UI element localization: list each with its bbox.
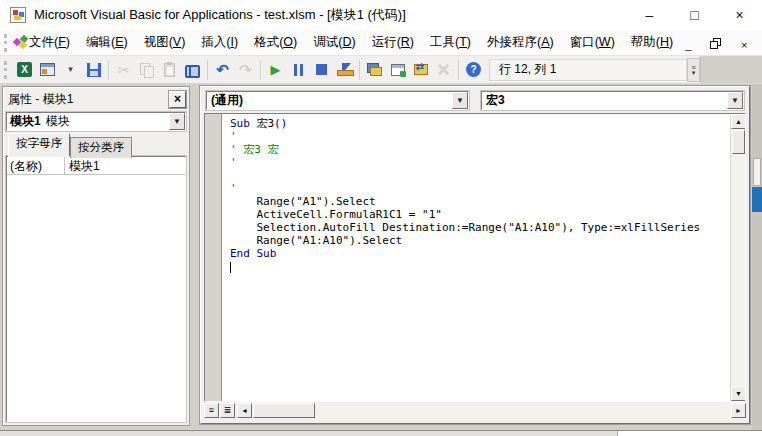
menu-item-h[interactable]: 帮助(H) [623, 30, 681, 55]
toolbox-button[interactable] [432, 59, 455, 81]
window-bottom-edge [0, 430, 762, 436]
horizontal-scroll-thumb[interactable] [253, 403, 315, 418]
property-name: (名称) [7, 157, 65, 174]
background-sheet-fragment [617, 431, 762, 436]
code-line-2[interactable]: ' [230, 130, 730, 143]
object-selector-arrow-icon[interactable]: ▼ [169, 113, 185, 130]
save-icon [87, 63, 101, 77]
vba-main-window: Microsoft Visual Basic for Applications … [0, 0, 762, 436]
cursor-position-indicator: 行 12, 列 1 [489, 59, 687, 81]
project-explorer-icon [367, 63, 382, 76]
properties-tab-1[interactable]: 按分类序 [70, 137, 132, 158]
copy-button[interactable] [135, 59, 158, 81]
code-line-1[interactable]: Sub 宏3() [230, 117, 730, 130]
code-line-9[interactable]: Selection.AutoFill Destination:=Range("A… [230, 221, 730, 234]
code-line-7[interactable]: Range("A1").Select [230, 195, 730, 208]
chevron-down-icon: ▾ [66, 65, 75, 74]
horizontal-scrollbar[interactable]: ◄ ► [237, 403, 746, 420]
code-segment: End Sub [230, 247, 276, 260]
code-window-header: (通用) ▼ 宏3 ▼ [204, 90, 746, 113]
object-browser-button[interactable] [409, 59, 432, 81]
object-dropdown-arrow-icon[interactable]: ▼ [452, 92, 468, 109]
mdi-restore-button[interactable] [709, 36, 723, 50]
undo-button[interactable]: ↶ [211, 59, 234, 81]
reset-icon [316, 64, 327, 75]
code-line-5[interactable] [230, 169, 730, 182]
minimize-button[interactable]: – [627, 0, 672, 30]
code-line-10[interactable]: Range("A1:A10").Select [230, 234, 730, 247]
code-editor[interactable]: Sub 宏3()'' 宏3 宏'' Range("A1").Select Act… [204, 113, 746, 402]
menu-item-o[interactable]: 格式(O) [246, 30, 305, 55]
cut-button[interactable]: ✂ [112, 59, 135, 81]
view-excel-button[interactable]: X [13, 59, 36, 81]
mdi-minimize-button[interactable]: _ [681, 36, 695, 50]
menu-item-w[interactable]: 窗口(W) [562, 30, 623, 55]
code-text-area[interactable]: Sub 宏3()'' 宏3 宏'' Range("A1").Select Act… [222, 114, 730, 401]
menu-item-t[interactable]: 工具(T) [422, 30, 479, 55]
selected-object-name: 模块1 [10, 113, 41, 130]
run-button[interactable]: ▶ [264, 59, 287, 81]
code-line-12[interactable] [230, 260, 730, 273]
close-button[interactable]: × [717, 0, 762, 30]
insert-userform-icon [40, 63, 55, 76]
standard-toolbar: X▾✂↶↷▶? 行 12, 列 1 ≡▾ [0, 56, 762, 84]
toolbar-options-button[interactable]: ≡▾ [687, 58, 700, 82]
vertical-scrollbar[interactable]: ▲ ▼ [730, 114, 745, 401]
insert-userform-button[interactable] [36, 59, 59, 81]
scroll-down-button[interactable]: ▼ [731, 386, 746, 401]
full-module-view-button[interactable]: ≣ [220, 403, 235, 418]
object-selector-dropdown[interactable]: 模块1 模块 ▼ [6, 112, 186, 131]
maximize-button[interactable]: □ [672, 0, 717, 30]
vertical-scroll-thumb[interactable] [732, 130, 745, 154]
code-line-8[interactable]: ActiveCell.FormulaR1C1 = "1" [230, 208, 730, 221]
code-segment: ActiveCell.FormulaR1C1 = "1" [230, 208, 442, 221]
save-button[interactable] [82, 59, 105, 81]
margin-indicator-bar[interactable] [205, 114, 222, 401]
properties-window-button[interactable] [386, 59, 409, 81]
design-mode-button[interactable] [333, 59, 356, 81]
object-dropdown-value: (通用) [211, 92, 243, 109]
menu-item-e[interactable]: 编辑(E) [78, 30, 136, 55]
code-line-6[interactable]: ' [230, 182, 730, 195]
background-window-fragment [752, 84, 762, 430]
scroll-left-button[interactable]: ◄ [237, 403, 252, 418]
procedure-dropdown-value: 宏3 [486, 92, 505, 109]
property-value[interactable]: 模块1 [65, 157, 185, 174]
scroll-up-button[interactable]: ▲ [731, 114, 746, 129]
properties-window-icon [391, 64, 405, 76]
menu-item-r[interactable]: 运行(R) [364, 30, 422, 55]
project-explorer-button[interactable] [363, 59, 386, 81]
help-button[interactable]: ? [462, 59, 485, 81]
scroll-right-button[interactable]: ► [731, 403, 746, 418]
properties-close-button[interactable]: × [169, 91, 186, 108]
property-row[interactable]: (名称)模块1 [7, 157, 185, 175]
code-line-4[interactable]: ' [230, 156, 730, 169]
properties-grid: (名称)模块1 [6, 156, 186, 422]
paste-button[interactable] [158, 59, 181, 81]
menu-item-a[interactable]: 外接程序(A) [479, 30, 562, 55]
redo-button[interactable]: ↷ [234, 59, 257, 81]
object-dropdown[interactable]: (通用) ▼ [206, 91, 469, 110]
horizontal-scroll-track[interactable] [315, 403, 731, 420]
code-line-11[interactable]: End Sub [230, 247, 730, 260]
menu-item-d[interactable]: 调试(D) [305, 30, 363, 55]
insert-dropdown-button[interactable]: ▾ [59, 59, 82, 81]
menu-item-v[interactable]: 视图(V) [136, 30, 194, 55]
procedure-view-button[interactable]: ≡ [204, 403, 219, 418]
break-icon [293, 64, 305, 76]
menu-item-f[interactable]: 文件(F) [21, 30, 78, 55]
paste-icon [164, 63, 175, 77]
procedure-dropdown-arrow-icon[interactable]: ▼ [727, 92, 743, 109]
code-line-3[interactable]: ' 宏3 宏 [230, 143, 730, 156]
procedure-dropdown[interactable]: 宏3 ▼ [481, 91, 744, 110]
reset-button[interactable] [310, 59, 333, 81]
menubar-grip-handle[interactable] [4, 34, 7, 52]
find-button[interactable] [181, 59, 204, 81]
properties-tab-0[interactable]: 按字母序 [8, 133, 70, 156]
menu-item-i[interactable]: 插入(I) [193, 30, 246, 55]
mdi-close-button[interactable]: × [737, 36, 751, 50]
toolbar-grip-handle[interactable] [4, 61, 9, 79]
vertical-scroll-track[interactable] [731, 155, 745, 386]
code-segment: Sub [230, 117, 250, 130]
break-button[interactable] [287, 59, 310, 81]
